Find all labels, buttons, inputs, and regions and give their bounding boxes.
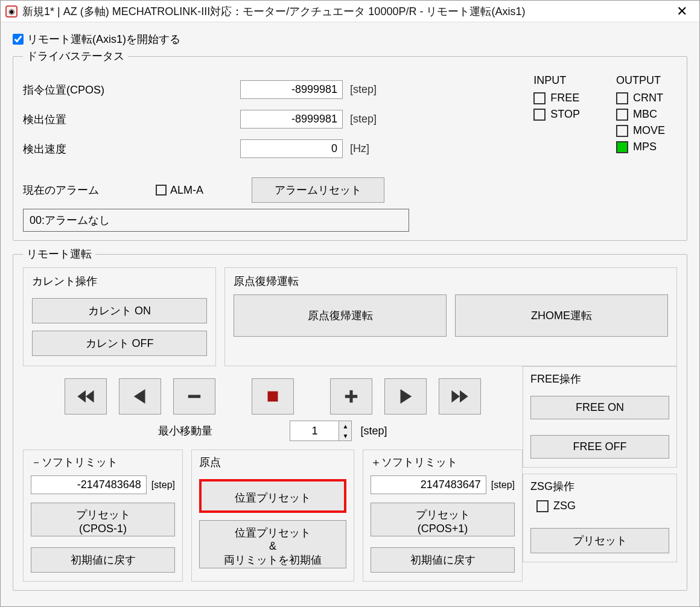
titlebar: ◉ 新規1* | AZ (多軸) MECHATROLINK-III対応：モーター… xyxy=(1,1,699,22)
svg-rect-1 xyxy=(268,392,278,402)
svg-rect-3 xyxy=(349,390,352,402)
start-remote-label: リモート運転(Axis1)を開始する xyxy=(27,32,180,46)
jog-plus-button[interactable] xyxy=(330,378,372,415)
output-mbc-indicator xyxy=(616,109,628,121)
alm-a-indicator xyxy=(156,185,167,195)
softlimit-neg-title: －ソフトリミット xyxy=(31,455,175,469)
zsg-preset-button[interactable]: プリセット xyxy=(530,528,669,553)
free-on-button[interactable]: FREE ON xyxy=(530,396,669,419)
position-preset-both-button[interactable]: 位置プリセット & 両リミットを初期値 xyxy=(199,520,346,568)
app-window: ◉ 新規1* | AZ (多軸) MECHATROLINK-III対応：モーター… xyxy=(0,0,700,607)
output-mps-label: MPS xyxy=(633,141,657,153)
input-free-label: FREE xyxy=(550,92,579,104)
cpos-label: 指令位置(CPOS) xyxy=(23,83,144,97)
output-crnt-label: CRNT xyxy=(633,92,663,104)
input-title: INPUT xyxy=(533,74,580,87)
play-reverse-icon xyxy=(130,386,150,407)
detect-speed-label: 検出速度 xyxy=(23,142,144,156)
preset-cpos-plus1-button[interactable]: プリセット (CPOS+1) xyxy=(371,503,515,536)
zhome-button[interactable]: ZHOME運転 xyxy=(455,294,668,337)
jog-fast-reverse-button[interactable] xyxy=(65,378,107,415)
close-icon[interactable]: ✕ xyxy=(669,1,695,22)
cpos-value: -8999981 xyxy=(240,80,343,99)
window-title: 新規1* | AZ (多軸) MECHATROLINK-III対応：モーター/ア… xyxy=(22,4,525,19)
position-preset-button[interactable]: 位置プリセット xyxy=(199,479,346,513)
current-off-button[interactable]: カレント OFF xyxy=(32,331,207,356)
svg-rect-0 xyxy=(188,395,200,398)
app-icon: ◉ xyxy=(5,5,18,17)
minmove-label: 最小移動量 xyxy=(158,424,212,438)
home-return-button[interactable]: 原点復帰運転 xyxy=(234,294,447,337)
input-free-indicator xyxy=(533,92,546,104)
preset-cpos-minus1-button[interactable]: プリセット (CPOS-1) xyxy=(31,503,175,536)
zsg-label: ZSG xyxy=(553,500,576,512)
softlimit-neg-unit: [step] xyxy=(151,480,175,491)
softlimit-pos-reset-button[interactable]: 初期値に戻す xyxy=(371,547,515,573)
alm-a-label: ALM-A xyxy=(170,184,203,197)
plus-icon xyxy=(341,386,361,407)
output-column: OUTPUT CRNT MBC MOVE MPS xyxy=(616,74,665,169)
detect-speed-unit: [Hz] xyxy=(350,142,369,155)
current-alarm-label: 現在のアラーム xyxy=(23,183,144,197)
minus-icon xyxy=(184,386,205,407)
cpos-unit: [step] xyxy=(350,83,377,96)
fast-forward-icon xyxy=(450,386,470,407)
minmove-input[interactable] xyxy=(290,421,339,440)
current-on-button[interactable]: カレント ON xyxy=(32,298,207,323)
input-stop-label: STOP xyxy=(550,108,580,121)
driver-status-legend: ドライバステータス xyxy=(23,49,128,63)
softlimit-neg-value[interactable]: -2147483648 xyxy=(31,475,147,494)
output-mps-indicator xyxy=(616,141,628,153)
start-remote-checkbox[interactable] xyxy=(13,34,24,45)
rewind-icon xyxy=(75,386,96,407)
detect-pos-value: -8999981 xyxy=(240,110,343,129)
jog-fast-forward-button[interactable] xyxy=(439,378,481,415)
alarm-reset-button[interactable]: アラームリセット xyxy=(252,177,384,203)
minmove-up-button[interactable]: ▲ xyxy=(339,421,351,431)
jog-forward-button[interactable] xyxy=(384,378,427,415)
minmove-unit: [step] xyxy=(360,425,387,437)
output-move-indicator xyxy=(616,125,628,137)
detect-pos-unit: [step] xyxy=(350,113,377,126)
stop-icon xyxy=(262,386,283,407)
softlimit-pos-value[interactable]: 2147483647 xyxy=(371,475,486,494)
play-icon xyxy=(395,386,416,407)
jog-stop-button[interactable] xyxy=(252,378,294,415)
minmove-down-button[interactable]: ▼ xyxy=(339,431,351,440)
output-crnt-indicator xyxy=(616,92,628,104)
zsg-indicator xyxy=(536,500,549,512)
free-off-button[interactable]: FREE OFF xyxy=(530,435,669,459)
softlimit-pos-unit: [step] xyxy=(491,480,515,491)
input-stop-indicator xyxy=(533,109,546,121)
remote-operation-group: リモート運転 カレント操作 カレント ON カレント OFF 原点復帰運転 原点… xyxy=(13,247,687,591)
driver-status-group: ドライバステータス 指令位置(CPOS) -8999981 [step] 検出位… xyxy=(13,49,687,241)
home-title: 原点復帰運転 xyxy=(234,274,668,288)
detect-pos-label: 検出位置 xyxy=(23,112,144,127)
jog-minus-button[interactable] xyxy=(173,378,215,415)
softlimit-neg-reset-button[interactable]: 初期値に戻す xyxy=(31,547,175,573)
jog-reverse-button[interactable] xyxy=(119,378,161,415)
output-title: OUTPUT xyxy=(616,74,665,87)
input-column: INPUT FREE STOP xyxy=(533,74,580,169)
softlimit-pos-title: ＋ソフトリミット xyxy=(371,455,515,469)
minmove-spinner[interactable]: ▲▼ xyxy=(290,421,352,441)
remote-operation-legend: リモート運転 xyxy=(23,247,95,261)
start-remote-checkbox-row[interactable]: リモート運転(Axis1)を開始する xyxy=(13,32,687,46)
origin-title: 原点 xyxy=(199,455,346,469)
current-title: カレント操作 xyxy=(32,274,207,288)
zsg-title: ZSG操作 xyxy=(530,479,669,494)
detect-speed-value: 0 xyxy=(240,139,343,158)
free-title: FREE操作 xyxy=(530,372,669,386)
alarm-text-field: 00:アラームなし xyxy=(23,209,409,232)
output-move-label: MOVE xyxy=(633,124,665,137)
output-mbc-label: MBC xyxy=(633,108,657,121)
